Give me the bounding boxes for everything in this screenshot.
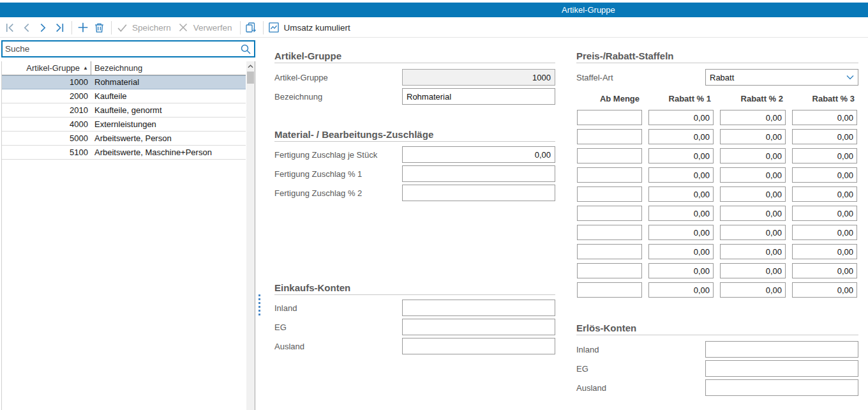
einkauf-ausland-input[interactable]: [402, 338, 555, 354]
fertigung-zuschlag-1-input[interactable]: [402, 165, 555, 182]
rabatt-prozent-input[interactable]: [792, 148, 857, 163]
fertigung-zuschlag-2-input[interactable]: [402, 185, 555, 201]
rabatt-prozent-input[interactable]: [720, 186, 786, 202]
einkauf-inland-input[interactable]: [402, 300, 555, 316]
staffel-column-header: Rabatt % 2: [720, 94, 786, 103]
sort-ascending-icon: ▲: [83, 66, 88, 71]
discard-button[interactable]: Verwerfen: [177, 22, 232, 34]
ab-menge-input[interactable]: [577, 186, 642, 202]
rabatt-prozent-input[interactable]: [648, 186, 714, 202]
article-group-id: 5100: [2, 146, 91, 159]
article-group-name: Kaufteile, genormt: [91, 103, 162, 117]
rabatt-prozent-input[interactable]: [720, 282, 786, 298]
rabatt-prozent-input[interactable]: [720, 225, 786, 240]
rabatt-prozent-input[interactable]: [648, 110, 714, 125]
section-title: Artikel-Gruppe: [274, 50, 555, 63]
article-group-name: Externleistungen: [91, 118, 156, 131]
bezeichnung-input[interactable]: [402, 88, 555, 105]
nav-last-icon[interactable]: [54, 22, 66, 34]
rabatt-prozent-input[interactable]: [792, 167, 857, 183]
search-icon[interactable]: [237, 43, 254, 55]
list-item[interactable]: 2000Kaufteile: [2, 89, 246, 103]
rabatt-prozent-input[interactable]: [792, 282, 857, 298]
list-item[interactable]: 5000Arbeitswerte, Person: [2, 132, 246, 146]
artikel-gruppe-input[interactable]: [402, 69, 555, 86]
field-label: Bezeichnung: [274, 92, 322, 102]
nav-previous-icon[interactable]: [20, 22, 33, 34]
rabatt-prozent-input[interactable]: [792, 129, 857, 144]
save-button[interactable]: Speichern: [116, 22, 171, 34]
rabatt-prozent-input[interactable]: [648, 129, 714, 144]
section-artikel-gruppe: Artikel-Gruppe Artikel-Gruppe Bezeichnun…: [274, 50, 555, 107]
search-input[interactable]: [3, 44, 237, 54]
list-item[interactable]: 4000Externleistungen: [2, 118, 246, 132]
article-list-body: 1000Rohmaterial2000Kaufteile2010Kaufteil…: [2, 75, 255, 160]
ab-menge-input[interactable]: [577, 282, 642, 298]
rabatt-prozent-input[interactable]: [792, 110, 857, 125]
scrollbar-thumb[interactable]: [247, 72, 254, 84]
rabatt-prozent-input[interactable]: [648, 148, 714, 163]
scroll-up-icon[interactable]: [246, 61, 255, 71]
article-group-id: 4000: [2, 118, 91, 131]
list-item[interactable]: 2010Kaufteile, genormt: [2, 103, 246, 118]
ab-menge-input[interactable]: [577, 206, 642, 221]
save-label: Speichern: [132, 23, 171, 33]
column-header-artikel-gruppe[interactable]: Artikel-Gruppe ▲: [2, 61, 91, 75]
copy-record-icon[interactable]: [245, 22, 257, 34]
article-group-id: 2000: [2, 89, 91, 103]
rabatt-prozent-input[interactable]: [792, 244, 857, 259]
rabatt-prozent-input[interactable]: [720, 263, 786, 278]
list-item[interactable]: 1000Rohmaterial: [2, 75, 246, 89]
toolbar-separator: [111, 21, 112, 34]
rabatt-prozent-input[interactable]: [720, 167, 786, 183]
ab-menge-input[interactable]: [577, 110, 642, 125]
staffel-grid: [577, 110, 858, 298]
ab-menge-input[interactable]: [577, 167, 642, 183]
article-group-name: Arbeitswerte, Person: [91, 132, 172, 145]
rabatt-prozent-input[interactable]: [720, 129, 786, 144]
ab-menge-input[interactable]: [577, 148, 642, 163]
rabatt-prozent-input[interactable]: [720, 244, 786, 259]
rabatt-prozent-input[interactable]: [792, 225, 857, 240]
rabatt-prozent-input[interactable]: [720, 110, 786, 125]
chevron-down-icon: [846, 75, 854, 80]
rabatt-prozent-input[interactable]: [792, 206, 857, 221]
trash-icon[interactable]: [93, 22, 105, 34]
ab-menge-input[interactable]: [577, 225, 642, 240]
rabatt-prozent-input[interactable]: [648, 206, 714, 221]
list-item[interactable]: 5100Arbeitswerte, Maschine+Person: [2, 146, 246, 160]
rabatt-prozent-input[interactable]: [792, 263, 857, 278]
section-preis-rabatt-staffeln: Preis-/Rabatt-Staffeln Staffel-Art Rabat…: [576, 50, 858, 298]
toolbar-separator: [263, 21, 264, 34]
rabatt-prozent-input[interactable]: [648, 244, 714, 259]
staffel-art-select[interactable]: Rabatt: [705, 69, 858, 86]
field-label: Staffel-Art: [576, 73, 613, 82]
erloes-eg-input[interactable]: [705, 360, 858, 377]
article-group-name: Arbeitswerte, Maschine+Person: [91, 146, 212, 159]
section-title: Einkaufs-Konten: [274, 282, 555, 295]
nav-next-icon[interactable]: [37, 22, 49, 34]
rabatt-prozent-input[interactable]: [792, 186, 857, 202]
staffel-column-header: Rabatt % 1: [648, 94, 714, 103]
rabatt-prozent-input[interactable]: [720, 206, 786, 221]
rabatt-prozent-input[interactable]: [648, 167, 714, 183]
rabatt-prozent-input[interactable]: [720, 148, 786, 163]
section-erloes-konten: Erlös-Konten Inland EG Ausland: [576, 323, 858, 399]
staffel-grid-headers: Ab MengeRabatt % 1Rabatt % 2Rabatt % 3: [577, 94, 858, 103]
article-group-name: Rohmaterial: [91, 76, 139, 89]
ab-menge-input[interactable]: [577, 244, 642, 259]
ab-menge-input[interactable]: [577, 129, 642, 144]
fertigung-zuschlag-je-stueck-input[interactable]: [402, 146, 555, 163]
rabatt-prozent-input[interactable]: [648, 282, 714, 298]
einkauf-eg-input[interactable]: [402, 319, 555, 335]
erloes-ausland-input[interactable]: [705, 379, 858, 396]
add-icon[interactable]: [77, 22, 89, 34]
vertical-scrollbar[interactable]: [246, 61, 255, 410]
nav-first-icon[interactable]: [4, 22, 16, 34]
panel-splitter-handle[interactable]: [258, 294, 260, 315]
erloes-inland-input[interactable]: [705, 341, 858, 358]
column-header-bezeichnung[interactable]: Bezeichnung: [91, 63, 142, 73]
ab-menge-input[interactable]: [577, 263, 642, 278]
rabatt-prozent-input[interactable]: [648, 225, 714, 240]
rabatt-prozent-input[interactable]: [648, 263, 714, 278]
